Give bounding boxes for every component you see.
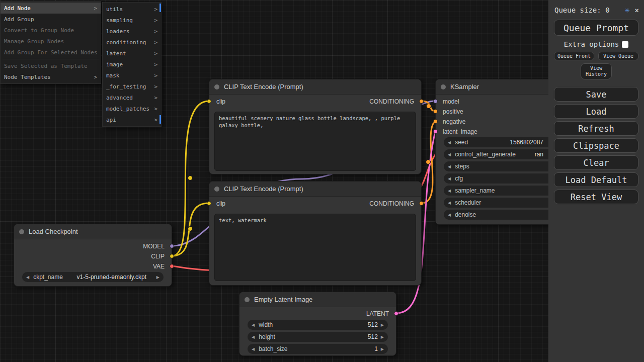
increment-arrow[interactable]: ▶ [381, 347, 384, 351]
output-slot-latent[interactable] [394, 311, 398, 316]
submenu-item-api[interactable]: api > [103, 114, 161, 125]
node-clip-text-encode-1[interactable]: CLIP Text Encode (Prompt) clip CONDITION… [209, 79, 422, 174]
submenu-arrow-icon: > [154, 95, 157, 101]
input-label: clip [216, 98, 225, 105]
input-slot-latent-image[interactable] [433, 129, 438, 134]
collapse-dot[interactable] [245, 297, 250, 302]
decrement-arrow[interactable]: ◀ [252, 347, 255, 351]
output-label: LATENT [366, 310, 389, 317]
node-load-checkpoint[interactable]: Load Checkpoint MODEL CLIP VAE ◀ ckpt_na… [14, 224, 172, 287]
submenu-item-sampling[interactable]: sampling > [103, 15, 161, 26]
clear-button[interactable]: Clear [554, 155, 638, 170]
context-menu: Add Node > Add Group Convert to Group No… [0, 1, 101, 84]
node-title-bar[interactable]: Load Checkpoint [14, 224, 172, 239]
decrement-arrow[interactable]: ◀ [252, 335, 255, 339]
queue-front-button[interactable]: Queue Front [554, 52, 594, 60]
collapse-dot[interactable] [214, 84, 219, 89]
next-arrow[interactable]: ▶ [156, 275, 159, 280]
widget-label: seed [455, 139, 468, 146]
widget-label: width [259, 321, 273, 328]
save-button[interactable]: Save [554, 87, 638, 102]
prompt-textarea[interactable]: beautiful scenery nature glass bottle la… [214, 112, 416, 171]
view-queue-button[interactable]: View Queue [598, 52, 638, 60]
widget-batch-size[interactable]: ◀ batch_size 1 ▶ [248, 344, 388, 354]
menu-item-add-node[interactable]: Add Node > [1, 3, 101, 14]
output-slot-vae[interactable] [170, 264, 174, 268]
decrement-arrow[interactable]: ◀ [448, 176, 451, 181]
submenu-item-label: image [106, 61, 123, 68]
node-title: Load Checkpoint [29, 228, 78, 235]
output-slot-model[interactable] [170, 244, 174, 248]
decrement-arrow[interactable]: ◀ [448, 189, 451, 193]
node-title: CLIP Text Encode (Prompt) [224, 185, 303, 193]
menu-item-label: Add Group For Selected Nodes [4, 49, 97, 56]
submenu-item-latent[interactable]: latent > [103, 48, 161, 59]
comfy-menu-panel: Queue size: 0 ✳ ✕ Queue Prompt Extra opt… [548, 0, 644, 362]
input-slot-negative[interactable] [433, 119, 438, 124]
previous-arrow[interactable]: ◀ [26, 275, 29, 280]
menu-item-label: Manage Group Nodes [4, 38, 64, 45]
refresh-button[interactable]: Refresh [554, 121, 638, 136]
submenu-item-utils[interactable]: utils > [103, 4, 161, 15]
output-slot-clip[interactable] [170, 254, 174, 258]
submenu-arrow-icon: > [154, 117, 157, 123]
node-title-bar[interactable]: Empty Latent Image [239, 292, 396, 307]
queue-size-label: Queue size: 0 [554, 6, 610, 14]
widget-width[interactable]: ◀ width 512 ▶ [248, 320, 388, 330]
load-button[interactable]: Load [554, 104, 638, 119]
extra-options-checkbox[interactable] [622, 41, 628, 48]
link-dot [188, 176, 193, 180]
menu-item-add-group[interactable]: Add Group [1, 14, 101, 25]
submenu-item-advanced[interactable]: advanced > [103, 92, 161, 103]
output-slot-conditioning[interactable] [419, 99, 424, 104]
widget-label: ckpt_name [33, 274, 63, 281]
reset-view-button[interactable]: Reset View [554, 190, 638, 204]
decrement-arrow[interactable]: ◀ [448, 152, 451, 157]
submenu-item-label: api [106, 117, 116, 123]
submenu-arrow-icon: > [154, 83, 157, 90]
submenu-item-loaders[interactable]: loaders > [103, 26, 161, 37]
node-clip-text-encode-2[interactable]: CLIP Text Encode (Prompt) clip CONDITION… [209, 181, 422, 286]
widget-value: 512 [368, 321, 378, 328]
load-default-button[interactable]: Load Default [554, 172, 638, 187]
close-icon[interactable]: ✕ [635, 6, 639, 14]
menu-item-node-templates[interactable]: Node Templates > [1, 71, 101, 82]
node-title-bar[interactable]: CLIP Text Encode (Prompt) [209, 79, 421, 95]
widget-height[interactable]: ◀ height 512 ▶ [248, 332, 388, 342]
clipspace-button[interactable]: Clipspace [554, 138, 638, 153]
submenu-item-image[interactable]: image > [103, 59, 161, 70]
widget-ckpt-name[interactable]: ◀ ckpt_name v1-5-pruned-emaonly.ckpt ▶ [22, 272, 164, 282]
node-empty-latent-image[interactable]: Empty Latent Image LATENT ◀ width 512 ▶ … [239, 292, 396, 356]
increment-arrow[interactable]: ▶ [381, 323, 384, 327]
submenu-item-for-testing[interactable]: _for_testing > [103, 81, 161, 92]
queue-prompt-button[interactable]: Queue Prompt [554, 20, 638, 36]
input-slot-clip[interactable] [207, 99, 211, 104]
menu-item-label: Add Group [4, 16, 34, 23]
decrement-arrow[interactable]: ◀ [448, 213, 451, 217]
increment-arrow[interactable]: ▶ [381, 335, 384, 339]
settings-gear-icon[interactable]: ✳ [625, 5, 630, 15]
output-label: CONDITIONING [369, 200, 414, 207]
input-slot-clip[interactable] [207, 201, 211, 206]
decrement-arrow[interactable]: ◀ [252, 323, 255, 327]
decrement-arrow[interactable]: ◀ [448, 140, 451, 145]
collapse-dot[interactable] [214, 187, 219, 192]
node-title-bar[interactable]: CLIP Text Encode (Prompt) [209, 182, 421, 197]
decrement-arrow[interactable]: ◀ [448, 201, 451, 205]
input-slot-model[interactable] [433, 99, 438, 104]
submenu-item-label: _for_testing [106, 83, 146, 90]
submenu-item-model-patches[interactable]: model_patches > [103, 103, 161, 114]
menu-item-label: Node Templates [4, 74, 51, 80]
output-slot-conditioning[interactable] [419, 201, 424, 206]
prompt-textarea[interactable]: text, watermark [214, 214, 416, 281]
submenu-item-mask[interactable]: mask > [103, 70, 161, 81]
view-history-button[interactable]: View History [581, 63, 612, 79]
node-title: Empty Latent Image [254, 296, 312, 303]
collapse-dot[interactable] [19, 229, 24, 234]
input-slot-positive[interactable] [433, 109, 438, 114]
collapse-dot[interactable] [441, 84, 446, 89]
submenu-item-label: mask [106, 72, 120, 79]
decrement-arrow[interactable]: ◀ [448, 164, 451, 169]
submenu-item-conditioning[interactable]: conditioning > [103, 37, 161, 48]
node-title: KSampler [450, 83, 479, 90]
